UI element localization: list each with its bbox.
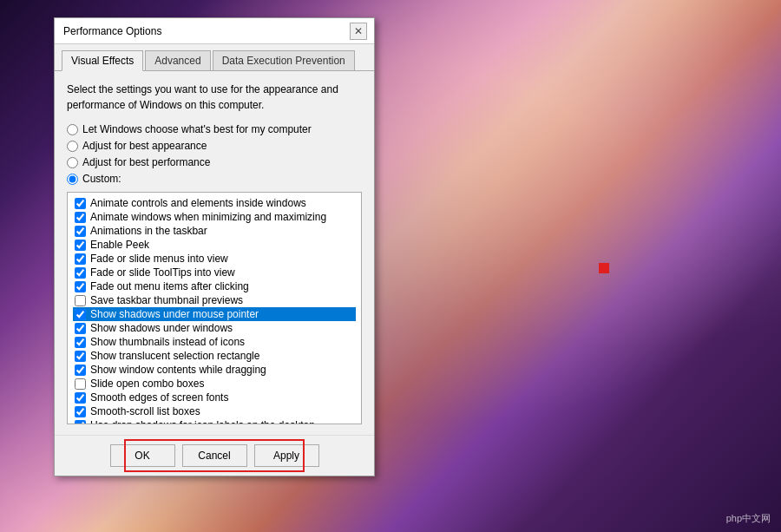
checkbox-label-fade-menus: Fade or slide menus into view [90,253,228,265]
checkbox-item-animations-taskbar[interactable]: Animations in the taskbar [73,224,356,238]
checkbox-item-animate-controls[interactable]: Animate controls and elements inside win… [73,196,356,210]
checkbox-item-fade-tooltips[interactable]: Fade or slide ToolTips into view [73,266,356,279]
checkbox-item-drop-shadows-icons[interactable]: Use drop shadows for icon labels on the … [73,418,356,424]
checkbox-item-save-thumbnails[interactable]: Save taskbar thumbnail previews [73,293,356,307]
radio-best-performance[interactable]: Adjust for best performance [67,156,362,168]
checkbox-label-shadows-pointer: Show shadows under mouse pointer [90,308,259,320]
checkbox-enable-peek[interactable] [75,240,86,251]
checkbox-item-slide-combo[interactable]: Slide open combo boxes [73,377,356,391]
radio-let-windows[interactable]: Let Windows choose what's best for my co… [67,123,362,135]
dialog-titlebar: Performance Options ✕ [55,18,374,44]
radio-custom-label: Custom: [82,173,121,185]
checkbox-label-thumbnails-icons: Show thumbnails instead of icons [90,336,245,348]
checkbox-label-drop-shadows-icons: Use drop shadows for icon labels on the … [90,419,315,424]
radio-let-windows-label: Let Windows choose what's best for my co… [82,123,312,135]
tab-visual-effects[interactable]: Visual Effects [62,50,143,71]
checkbox-label-animate-controls: Animate controls and elements inside win… [90,197,306,209]
checkbox-label-save-thumbnails: Save taskbar thumbnail previews [90,294,243,306]
dialog-title: Performance Options [63,25,161,37]
radio-custom-input[interactable] [67,174,78,185]
checkbox-fade-menu-items[interactable] [75,281,86,292]
checkbox-window-contents[interactable] [75,365,86,376]
cancel-button[interactable]: Cancel [182,444,247,467]
checkbox-item-thumbnails-icons[interactable]: Show thumbnails instead of icons [73,335,356,349]
checkbox-label-window-contents: Show window contents while dragging [90,364,266,376]
checkbox-smooth-scroll[interactable] [75,406,86,417]
radio-best-appearance-label: Adjust for best appearance [82,140,207,152]
radio-best-performance-label: Adjust for best performance [82,156,210,168]
checkbox-item-window-contents[interactable]: Show window contents while dragging [73,363,356,377]
checkbox-label-animate-windows: Animate windows when minimizing and maxi… [90,211,326,223]
apply-button[interactable]: Apply [254,444,319,467]
radio-best-appearance[interactable]: Adjust for best appearance [67,140,362,152]
checkbox-label-smooth-fonts: Smooth edges of screen fonts [90,391,228,404]
dialog-body: Select the settings you want to use for … [55,71,374,435]
checkbox-item-fade-menu-items[interactable]: Fade out menu items after clicking [73,279,356,293]
checkbox-label-slide-combo: Slide open combo boxes [90,378,204,390]
checkbox-thumbnails-icons[interactable] [75,337,86,348]
checkbox-item-enable-peek[interactable]: Enable Peek [73,238,356,252]
dialog-tabs: Visual Effects Advanced Data Execution P… [55,44,374,71]
ok-button[interactable]: OK [110,444,175,467]
checkbox-label-fade-tooltips: Fade or slide ToolTips into view [90,266,235,279]
description-text: Select the settings you want to use for … [67,82,362,113]
checkbox-shadows-pointer[interactable] [75,309,86,320]
checkbox-translucent-selection[interactable] [75,351,86,362]
radio-best-appearance-input[interactable] [67,141,78,152]
checkbox-label-shadows-windows: Show shadows under windows [90,322,233,334]
checkbox-label-translucent-selection: Show translucent selection rectangle [90,350,259,362]
tab-dep[interactable]: Data Execution Prevention [213,50,355,71]
checkbox-item-smooth-scroll[interactable]: Smooth-scroll list boxes [73,404,356,418]
performance-options-dialog: Performance Options ✕ Visual Effects Adv… [54,17,375,476]
tab-advanced[interactable]: Advanced [145,50,210,71]
close-button[interactable]: ✕ [350,23,367,40]
checkbox-smooth-fonts[interactable] [75,392,86,404]
checkbox-item-shadows-windows[interactable]: Show shadows under windows [73,321,356,335]
dialog-footer: OK Cancel Apply [55,435,374,476]
checkbox-item-translucent-selection[interactable]: Show translucent selection rectangle [73,349,356,363]
radio-group: Let Windows choose what's best for my co… [67,123,362,185]
checkbox-item-shadows-pointer[interactable]: Show shadows under mouse pointer [73,307,356,321]
checkbox-animate-windows[interactable] [75,212,86,223]
red-accent [599,263,609,273]
checkbox-label-fade-menu-items: Fade out menu items after clicking [90,280,249,292]
radio-custom[interactable]: Custom: [67,173,362,185]
radio-let-windows-input[interactable] [67,124,78,135]
checkbox-save-thumbnails[interactable] [75,295,86,306]
checkbox-shadows-windows[interactable] [75,323,86,334]
checkbox-animations-taskbar[interactable] [75,226,86,237]
checkbox-fade-menus[interactable] [75,253,86,265]
checkbox-label-animations-taskbar: Animations in the taskbar [90,225,207,237]
checkbox-label-smooth-scroll: Smooth-scroll list boxes [90,405,200,417]
radio-best-performance-input[interactable] [67,157,78,168]
checkbox-item-animate-windows[interactable]: Animate windows when minimizing and maxi… [73,210,356,224]
checkbox-list[interactable]: Animate controls and elements inside win… [67,192,362,424]
checkbox-animate-controls[interactable] [75,198,86,209]
checkbox-label-enable-peek: Enable Peek [90,239,149,251]
checkbox-slide-combo[interactable] [75,378,86,390]
checkbox-fade-tooltips[interactable] [75,267,86,279]
checkbox-drop-shadows-icons[interactable] [75,420,86,425]
checkbox-item-smooth-fonts[interactable]: Smooth edges of screen fonts [73,391,356,404]
checkbox-item-fade-menus[interactable]: Fade or slide menus into view [73,252,356,266]
watermark: php中文网 [726,512,771,525]
